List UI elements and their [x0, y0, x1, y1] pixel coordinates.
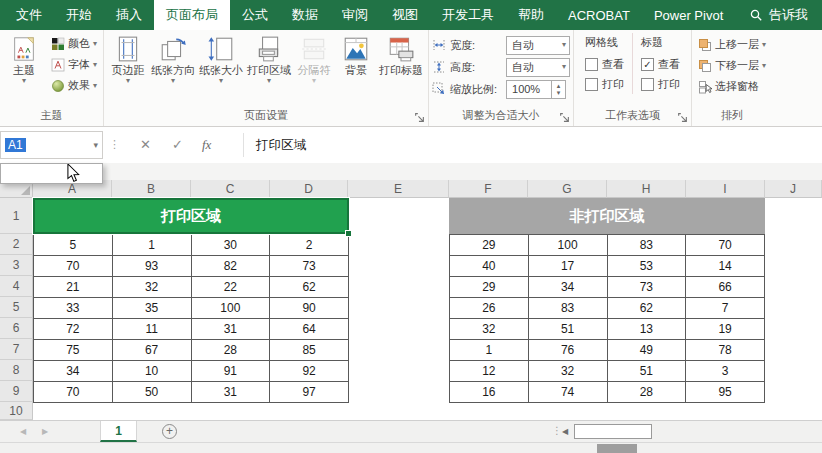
row-header[interactable]: 7 [0, 339, 33, 360]
fit-dropdown[interactable]: 自动▾ [506, 36, 570, 55]
insert-function-icon[interactable]: fx [202, 127, 211, 163]
themes-button[interactable]: 主题 ▾ [3, 33, 45, 85]
formula-input[interactable]: 打印区域 [256, 127, 306, 163]
ribbon-tab[interactable]: 开始 [54, 0, 104, 30]
cell[interactable]: 12 [450, 361, 529, 382]
checkbox-icon[interactable] [641, 78, 654, 91]
cell[interactable]: 26 [450, 298, 529, 319]
cell[interactable]: 83 [528, 298, 607, 319]
选择窗格-button[interactable]: 选择窗格 [695, 76, 762, 97]
theme-effects-button[interactable]: 效果 ▾ [48, 75, 100, 96]
标题-打印-checkbox[interactable]: 打印 [641, 74, 680, 94]
cell[interactable]: 67 [112, 340, 191, 361]
cell[interactable]: 32 [450, 319, 529, 340]
cell[interactable]: 29 [450, 235, 529, 256]
页边距-button[interactable]: 页边距▾ [107, 33, 149, 85]
cell[interactable]: 51 [607, 361, 686, 382]
column-header[interactable]: J [765, 180, 822, 198]
纸张方向-button[interactable]: 纸张方向▾ [149, 33, 197, 85]
cell[interactable]: 10 [112, 361, 191, 382]
cell[interactable]: 51 [528, 319, 607, 340]
cell[interactable]: 5 [34, 235, 113, 256]
cell[interactable]: 73 [270, 256, 349, 277]
cell[interactable]: 93 [112, 256, 191, 277]
row-header[interactable]: 9 [0, 381, 33, 402]
cell[interactable]: 53 [607, 256, 686, 277]
cell[interactable]: 2 [270, 235, 349, 256]
cell[interactable]: 3 [686, 361, 765, 382]
cell[interactable]: 91 [191, 361, 270, 382]
cell[interactable]: 100 [528, 235, 607, 256]
cell[interactable]: 70 [686, 235, 765, 256]
背景-button[interactable]: 背景 [335, 33, 377, 77]
cell[interactable]: 28 [191, 340, 270, 361]
cell[interactable]: 97 [270, 382, 349, 403]
cell[interactable]: 72 [34, 319, 113, 340]
ribbon-tab[interactable]: 数据 [280, 0, 330, 30]
hscroll-left-icon[interactable]: ◀ [562, 421, 568, 443]
checkbox-icon[interactable] [585, 58, 598, 71]
cell[interactable]: 62 [270, 277, 349, 298]
tell-me-button[interactable]: 告诉我 [749, 0, 822, 30]
print-area-header-cell[interactable]: 打印区域 [33, 198, 349, 234]
dialog-launcher-icon[interactable] [677, 112, 688, 123]
cell[interactable]: 31 [191, 319, 270, 340]
cell[interactable]: 70 [34, 382, 113, 403]
spinner-buttons[interactable]: ▴▾ [552, 80, 566, 99]
sheet-nav-prev-icon[interactable]: ◀ [20, 421, 26, 443]
cell[interactable]: 1 [112, 235, 191, 256]
cell[interactable]: 19 [686, 319, 765, 340]
ribbon-tab[interactable]: 页面布局 [154, 0, 230, 30]
column-header[interactable]: F [449, 180, 528, 198]
row-header[interactable]: 3 [0, 255, 33, 276]
打印标题-button[interactable]: 打印标题 [377, 33, 425, 77]
上移一层-button[interactable]: 上移一层▾ [695, 34, 769, 55]
cell[interactable]: 75 [34, 340, 113, 361]
cell[interactable]: 11 [112, 319, 191, 340]
new-sheet-button[interactable]: + [162, 424, 177, 439]
下移一层-button[interactable]: 下移一层▾ [695, 55, 769, 76]
checkbox-checked-icon[interactable]: ✓ [641, 58, 654, 71]
ribbon-tab[interactable]: 帮助 [506, 0, 556, 30]
cell[interactable]: 29 [450, 277, 529, 298]
sheet-nav-next-icon[interactable]: ▶ [42, 421, 48, 443]
sheet-tab[interactable]: 1 [100, 421, 137, 442]
ribbon-tab[interactable]: 公式 [230, 0, 280, 30]
non-print-area-header-cell[interactable]: 非打印区域 [449, 198, 765, 234]
cell[interactable]: 100 [191, 298, 270, 319]
name-box-dropdown-icon[interactable]: ▾ [93, 140, 98, 150]
cell[interactable]: 64 [270, 319, 349, 340]
row-header[interactable]: 6 [0, 318, 33, 339]
ribbon-tab[interactable]: Power Pivot [642, 0, 735, 30]
fit-dropdown[interactable]: 自动▾ [506, 58, 570, 77]
cell[interactable]: 32 [112, 277, 191, 298]
enter-icon[interactable]: ✓ [172, 127, 183, 163]
纸张大小-button[interactable]: 纸张大小▾ [197, 33, 245, 85]
cell[interactable]: 92 [270, 361, 349, 382]
cell[interactable]: 83 [607, 235, 686, 256]
ribbon-tab[interactable]: 插入 [104, 0, 154, 30]
ribbon-tab[interactable]: 视图 [380, 0, 430, 30]
cell[interactable]: 90 [270, 298, 349, 319]
cell[interactable]: 66 [686, 277, 765, 298]
cell[interactable]: 14 [686, 256, 765, 277]
cell[interactable]: 82 [191, 256, 270, 277]
cell[interactable]: 31 [191, 382, 270, 403]
cell[interactable]: 22 [191, 277, 270, 298]
cell[interactable]: 76 [528, 340, 607, 361]
name-box-dropdown[interactable] [0, 163, 103, 184]
cell[interactable]: 35 [112, 298, 191, 319]
cell[interactable]: 33 [34, 298, 113, 319]
标题-查看-checkbox[interactable]: ✓查看 [641, 54, 680, 74]
column-header[interactable]: D [270, 180, 348, 198]
dialog-launcher-icon[interactable] [414, 112, 425, 123]
cell[interactable]: 70 [34, 256, 113, 277]
打印区域-button[interactable]: 打印区域▾ [245, 33, 293, 85]
name-box[interactable]: A1 ▾ [0, 131, 103, 159]
column-header[interactable]: I [686, 180, 765, 198]
cell[interactable]: 17 [528, 256, 607, 277]
cell[interactable]: 85 [270, 340, 349, 361]
theme-colors-button[interactable]: 颜色 ▾ [48, 33, 100, 54]
cell[interactable]: 28 [607, 382, 686, 403]
ribbon-tab[interactable]: 文件 [4, 0, 54, 30]
